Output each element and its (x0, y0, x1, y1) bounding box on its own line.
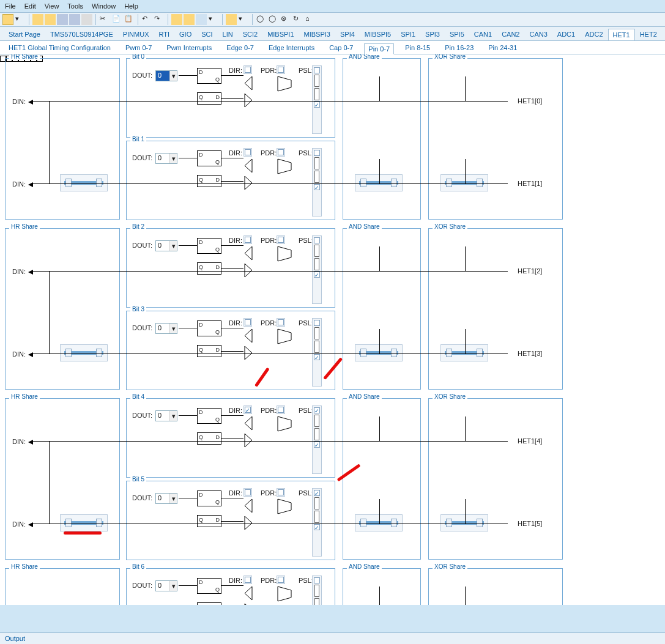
layer-icon[interactable] (226, 14, 237, 25)
hr-share-block[interactable] (60, 514, 108, 531)
subtab-pwm-0-7[interactable]: Pwm 0-7 (122, 43, 155, 54)
tab-spi4[interactable]: SPI4 (335, 28, 360, 40)
tool3-icon[interactable] (196, 14, 207, 25)
dout-select-3[interactable]: 0▾ (155, 323, 177, 334)
subtab-pin-8-15[interactable]: Pin 8-15 (401, 43, 434, 54)
tab-het2[interactable]: HET2 (635, 28, 662, 40)
subtab-pwm-interrupts[interactable]: Pwm Interrupts (163, 43, 215, 54)
nav-fwd-icon[interactable]: ◯ (268, 14, 279, 25)
tab-mibspi1[interactable]: MIBSPI1 (262, 28, 299, 40)
subtab-pin-16-23[interactable]: Pin 16-23 (441, 43, 477, 54)
tab-spi5[interactable]: SPI5 (445, 28, 469, 40)
tab-can3[interactable]: CAN3 (524, 28, 552, 40)
menu-item-help[interactable]: Help (124, 2, 138, 10)
psl-stack-1[interactable] (312, 148, 322, 217)
dout-select-2[interactable]: 0▾ (155, 240, 177, 251)
subtab-cap-0-7[interactable]: Cap 0-7 (325, 43, 357, 54)
dir-checkbox-1[interactable] (243, 148, 252, 157)
subtab-pin-24-31[interactable]: Pin 24-31 (485, 43, 521, 54)
psl-stack-6[interactable] (312, 576, 322, 605)
menu-item-file[interactable]: File (5, 2, 16, 10)
psl-stack-2[interactable] (312, 235, 322, 304)
nav-refresh-icon[interactable]: ↻ (292, 14, 303, 25)
tab-lin[interactable]: LIN (218, 28, 238, 40)
new-icon[interactable] (2, 14, 13, 25)
paste-icon[interactable]: 📋 (124, 14, 135, 25)
psl-stack-5[interactable] (312, 488, 322, 557)
layer-dd-icon[interactable]: ▾ (238, 14, 249, 25)
tab-tms570ls0914pge[interactable]: TMS570LS0914PGE (45, 28, 118, 40)
dir-checkbox-4[interactable] (243, 405, 252, 414)
pdr-checkbox-4[interactable] (277, 405, 285, 414)
tab-spi3[interactable]: SPI3 (420, 28, 445, 40)
tab-adc2[interactable]: ADC2 (580, 28, 607, 40)
tab-sci2[interactable]: SCI2 (238, 28, 262, 40)
psl-stack-4[interactable] (312, 405, 322, 474)
print-icon[interactable] (81, 14, 92, 25)
tab-can1[interactable]: CAN1 (469, 28, 497, 40)
copy-icon[interactable]: 📄 (111, 14, 122, 25)
tool1-icon[interactable] (171, 14, 182, 25)
pdr-checkbox-2[interactable] (277, 235, 285, 244)
tab-mibspi5[interactable]: MIBSPI5 (360, 28, 396, 40)
nav-back-icon[interactable]: ◯ (256, 14, 267, 25)
tab-gio[interactable]: GIO (174, 28, 196, 40)
dout-select-1[interactable]: 0▾ (155, 153, 177, 164)
tab-can2[interactable]: CAN2 (497, 28, 524, 40)
dir-checkbox-6[interactable] (243, 576, 252, 584)
pdr-checkbox-3[interactable] (277, 318, 285, 327)
pdr-checkbox-5[interactable] (277, 488, 285, 497)
tab-es[interactable]: ES (662, 28, 665, 40)
dir-checkbox-0[interactable] (243, 65, 252, 74)
hr-share-block[interactable] (60, 344, 108, 361)
redo-icon[interactable]: ↷ (154, 14, 165, 25)
dir-checkbox-2[interactable] (243, 235, 252, 244)
new-dropdown-icon[interactable]: ▾ (15, 14, 26, 25)
menu-item-view[interactable]: View (45, 2, 59, 10)
folder-icon[interactable] (45, 14, 56, 25)
dir-checkbox-3[interactable] (243, 318, 252, 327)
and-share-block[interactable] (355, 344, 403, 361)
save-all-icon[interactable] (69, 14, 80, 25)
tab-spi1[interactable]: SPI1 (396, 28, 420, 40)
tab-mibspi3[interactable]: MIBSPI3 (299, 28, 335, 40)
undo-icon[interactable]: ↶ (141, 14, 152, 25)
pdr-checkbox-1[interactable] (277, 148, 285, 157)
tool2-icon[interactable] (184, 14, 195, 25)
psl-stack-0[interactable] (312, 65, 322, 134)
tab-sci[interactable]: SCI (196, 28, 217, 40)
dir-checkbox-5[interactable] (243, 488, 252, 497)
menu-item-window[interactable]: Window (92, 2, 116, 10)
xor-share-block[interactable] (440, 344, 488, 361)
dout-select-6[interactable]: 0▾ (155, 580, 177, 591)
nav-stop-icon[interactable]: ⊗ (280, 14, 291, 25)
subtab-edge-interrupts[interactable]: Edge Interrupts (265, 43, 318, 54)
dout-select-5[interactable]: 0▾ (155, 493, 177, 504)
save-icon[interactable] (57, 14, 68, 25)
xor-share-block[interactable] (440, 174, 488, 191)
subtab-edge-0-7[interactable]: Edge 0-7 (223, 43, 258, 54)
tab-het1[interactable]: HET1 (608, 29, 635, 41)
hr-share-block[interactable] (60, 174, 108, 191)
nav-home-icon[interactable]: ⌂ (305, 14, 316, 25)
pdr-checkbox-0[interactable] (277, 65, 285, 74)
tab-rti[interactable]: RTI (154, 28, 175, 40)
open-icon[interactable] (32, 14, 43, 25)
and-share-block[interactable] (355, 514, 403, 531)
diagram-canvas[interactable]: HR ShareDIN:DIN:AND ShareXOR ShareBit 0D… (0, 54, 665, 605)
subtab-het1-global-timing-configuration[interactable]: HET1 Global Timing Configuration (5, 43, 114, 54)
psl-stack-3[interactable] (312, 318, 322, 387)
tool3-dd-icon[interactable]: ▾ (208, 14, 219, 25)
xor-share-block[interactable] (440, 514, 488, 531)
dout-select-0[interactable]: 0▾ (155, 70, 177, 81)
tab-pinmux[interactable]: PINMUX (118, 28, 154, 40)
pdr-checkbox-6[interactable] (277, 576, 285, 584)
menu-item-edit[interactable]: Edit (24, 2, 36, 10)
cut-icon[interactable]: ✂ (99, 14, 110, 25)
tab-adc1[interactable]: ADC1 (552, 28, 580, 40)
and-share-block[interactable] (355, 174, 403, 191)
output-panel[interactable]: Output (0, 632, 665, 644)
menu-item-tools[interactable]: Tools (67, 2, 83, 10)
dout-select-4[interactable]: 0▾ (155, 410, 177, 421)
tab-start-page[interactable]: Start Page (4, 28, 45, 40)
